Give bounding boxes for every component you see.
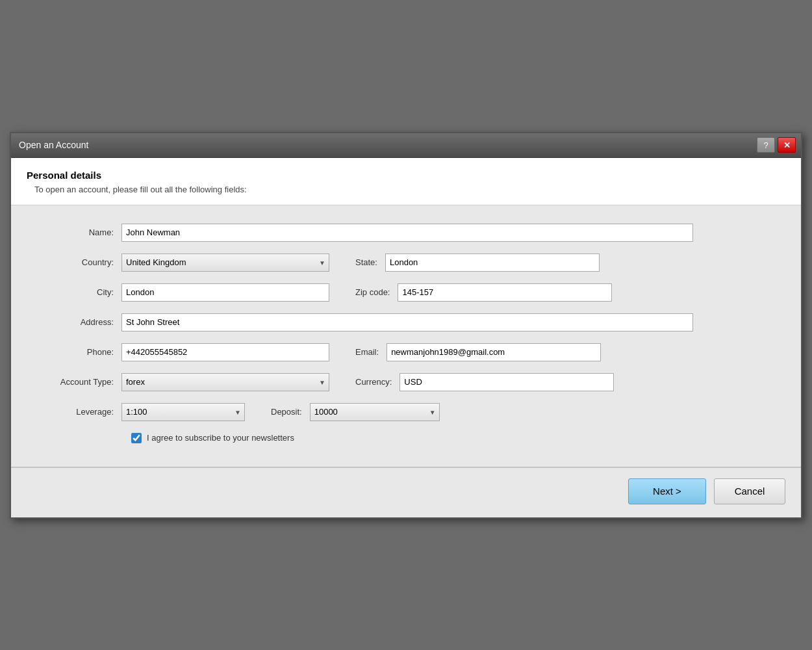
account-type-label: Account Type: [37, 377, 121, 387]
name-input[interactable] [121, 224, 693, 242]
footer-section: Next > Cancel [11, 467, 801, 517]
leverage-select-wrapper: 1:100 1:50 1:200 1:500 [121, 403, 245, 421]
phone-email-row: Phone: Email: [37, 343, 775, 361]
leverage-label: Leverage: [37, 407, 121, 417]
phone-label: Phone: [37, 347, 121, 357]
city-zip-row: City: Zip code: [37, 283, 775, 302]
currency-section: Currency: [355, 373, 614, 391]
phone-input[interactable] [121, 343, 329, 361]
account-type-select[interactable]: forex stocks crypto [121, 373, 329, 391]
leverage-deposit-row: Leverage: 1:100 1:50 1:200 1:500 Deposit… [37, 403, 775, 421]
header-section: Personal details To open an account, ple… [11, 158, 801, 205]
section-subtitle: To open an account, please fill out all … [27, 185, 785, 194]
section-title: Personal details [27, 170, 785, 181]
help-button[interactable]: ? [757, 137, 775, 153]
title-bar: Open an Account ? ✕ [11, 133, 801, 158]
deposit-label: Deposit: [271, 407, 310, 417]
city-label: City: [37, 287, 121, 297]
dialog-title: Open an Account [19, 140, 88, 150]
close-button[interactable]: ✕ [778, 137, 796, 153]
country-state-row: Country: United Kingdom United States Ge… [37, 254, 775, 272]
next-button[interactable]: Next > [628, 478, 706, 504]
address-input[interactable] [121, 313, 693, 332]
email-section: Email: [355, 343, 601, 361]
deposit-section: Deposit: 10000 5000 25000 50000 [271, 403, 440, 421]
zip-label: Zip code: [355, 287, 398, 297]
country-select[interactable]: United Kingdom United States Germany Fra… [121, 254, 329, 272]
email-label: Email: [355, 347, 387, 357]
dialog: Open an Account ? ✕ Personal details To … [10, 132, 802, 519]
newsletter-row: I agree to subscribe to your newsletters [37, 433, 775, 443]
currency-input[interactable] [400, 373, 614, 391]
name-row: Name: [37, 224, 775, 242]
zip-input[interactable] [398, 283, 612, 302]
newsletter-checkbox[interactable] [131, 433, 142, 443]
country-select-wrapper: United Kingdom United States Germany Fra… [121, 254, 329, 272]
country-label: Country: [37, 257, 121, 267]
dialog-content: Personal details To open an account, ple… [11, 158, 801, 517]
email-input[interactable] [387, 343, 601, 361]
account-type-select-wrapper: forex stocks crypto [121, 373, 329, 391]
name-label: Name: [37, 228, 121, 237]
address-label: Address: [37, 317, 121, 327]
title-bar-buttons: ? ✕ [757, 137, 796, 153]
cancel-button[interactable]: Cancel [714, 478, 785, 504]
leverage-select[interactable]: 1:100 1:50 1:200 1:500 [121, 403, 245, 421]
account-currency-row: Account Type: forex stocks crypto Curren… [37, 373, 775, 391]
deposit-select[interactable]: 10000 5000 25000 50000 [310, 403, 440, 421]
city-input[interactable] [121, 283, 329, 302]
deposit-select-wrapper: 10000 5000 25000 50000 [310, 403, 440, 421]
currency-label: Currency: [355, 377, 400, 387]
form-section: Name: Country: United Kingdom United Sta… [11, 205, 801, 467]
state-label: State: [355, 257, 385, 267]
state-section: State: [355, 254, 600, 272]
zip-section: Zip code: [355, 283, 612, 302]
newsletter-label: I agree to subscribe to your newsletters [147, 433, 294, 443]
state-input[interactable] [385, 254, 600, 272]
address-row: Address: [37, 313, 775, 332]
